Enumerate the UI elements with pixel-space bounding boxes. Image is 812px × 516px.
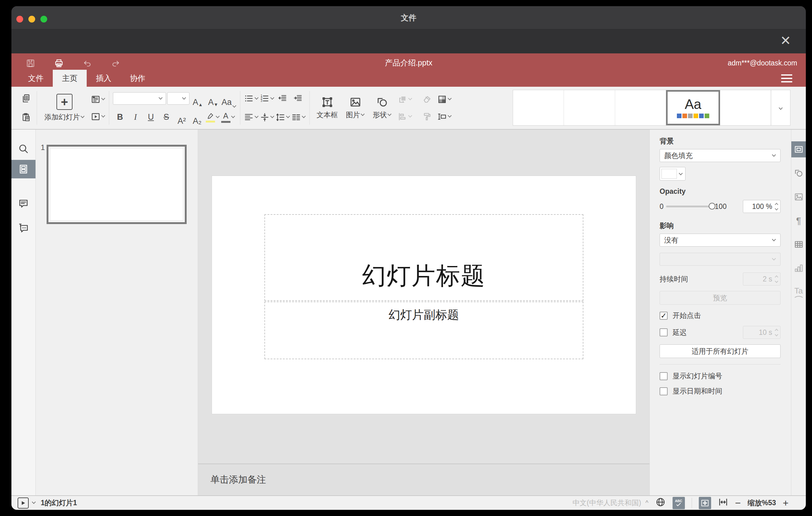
insert-shape-button[interactable]: 形状	[370, 95, 395, 121]
line-spacing-button[interactable]	[276, 109, 290, 126]
columns-button[interactable]	[291, 109, 306, 126]
opacity-value: 100 %	[752, 202, 772, 211]
fit-to-width-button[interactable]	[718, 497, 728, 509]
preview-button[interactable]: 预览	[660, 291, 781, 305]
subscript-button[interactable]: A₂	[190, 109, 204, 126]
language-indicator[interactable]: 中文(中华人民共和国)	[573, 498, 641, 508]
theme-option[interactable]	[513, 90, 564, 125]
arrange-button[interactable]	[398, 92, 412, 107]
columns-icon	[291, 112, 301, 122]
font-name-select[interactable]	[113, 92, 166, 105]
show-date-time-label: 显示日期和时间	[672, 386, 722, 396]
tab-collaboration[interactable]: 协作	[121, 70, 154, 87]
slide-settings-button[interactable]	[791, 141, 806, 157]
numbered-list-button[interactable]: 123	[260, 90, 274, 107]
account-email[interactable]: adm***@dootask.com	[728, 59, 797, 67]
paragraph-settings-button[interactable]: ¶	[791, 212, 806, 229]
minimize-window-button[interactable]	[28, 16, 35, 23]
effect-select[interactable]: 没有	[660, 234, 781, 247]
chart-settings-button[interactable]	[791, 260, 806, 276]
set-language-button[interactable]	[655, 497, 666, 509]
apply-to-all-label: 适用于所有幻灯片	[692, 347, 749, 356]
tab-file[interactable]: 文件	[19, 70, 53, 87]
paste-button[interactable]	[19, 109, 33, 126]
tab-insert[interactable]: 插入	[87, 70, 121, 87]
subtitle-placeholder[interactable]: 幻灯片副标题	[264, 302, 583, 359]
chat-button[interactable]	[11, 219, 35, 237]
close-icon[interactable]: ✕	[780, 34, 791, 47]
effect-type-select[interactable]	[660, 253, 781, 266]
add-slide-button[interactable]: + 添加幻灯片	[41, 92, 88, 124]
font-color-button[interactable]: A	[221, 109, 235, 126]
fit-to-slide-button[interactable]	[699, 497, 711, 509]
change-case-button[interactable]: Aa	[222, 90, 236, 107]
eraser-button[interactable]	[420, 92, 434, 107]
tab-home[interactable]: 主页	[53, 70, 87, 87]
increase-indent-button[interactable]	[291, 90, 305, 107]
clipboard-group	[16, 87, 36, 129]
slide-thumbnail-selected[interactable]	[47, 145, 187, 224]
slideshow-options-chevron[interactable]	[32, 500, 36, 504]
delay-spinner[interactable]: 10 s	[743, 326, 781, 339]
zoom-out-button[interactable]: −	[735, 498, 741, 508]
align-objects-button[interactable]	[398, 110, 412, 124]
highlight-color-button[interactable]	[205, 109, 220, 126]
close-window-button[interactable]	[16, 16, 23, 23]
title-placeholder[interactable]: 幻灯片标题	[264, 214, 583, 301]
insert-textbox-button[interactable]: 文本框	[314, 95, 341, 121]
decrease-font-button[interactable]: A▼	[206, 90, 220, 107]
horizontal-align-button[interactable]	[244, 109, 259, 126]
copy-style-button[interactable]	[420, 110, 434, 124]
background-color-picker[interactable]	[660, 167, 686, 180]
italic-button[interactable]: I	[128, 109, 143, 126]
table-settings-button[interactable]	[791, 236, 806, 253]
font-size-select[interactable]	[167, 92, 190, 105]
background-fill-select[interactable]: 颜色填充	[660, 149, 781, 162]
start-on-click-checkbox[interactable]: ✓	[660, 312, 668, 320]
slides-panel-button[interactable]	[11, 160, 35, 178]
start-slideshow-button[interactable]	[18, 497, 29, 509]
zoom-in-button[interactable]: +	[783, 498, 788, 508]
opacity-slider[interactable]	[666, 205, 712, 207]
show-slide-number-checkbox[interactable]	[660, 372, 668, 380]
spellcheck-button[interactable]: ABC	[672, 497, 685, 509]
bold-button[interactable]: B	[113, 109, 127, 126]
duration-spinner[interactable]: 2 s	[743, 273, 781, 285]
menu-button[interactable]	[781, 75, 792, 82]
theme-option[interactable]	[615, 90, 666, 125]
theme-option-selected[interactable]: Aa	[666, 90, 720, 125]
theme-gallery-expand-button[interactable]	[771, 90, 790, 125]
textart-settings-button[interactable]: Ta	[791, 284, 806, 300]
insert-image-button[interactable]: 图片	[343, 95, 368, 121]
theme-option[interactable]	[564, 90, 615, 125]
opacity-slider-knob[interactable]	[709, 203, 716, 209]
notes-area[interactable]: 单击添加备注	[198, 463, 649, 495]
slide-layout-button[interactable]	[91, 92, 105, 107]
decrease-indent-button[interactable]	[276, 90, 290, 107]
comments-button[interactable]	[11, 194, 35, 213]
duration-value: 2 s	[763, 275, 772, 283]
underline-button[interactable]: U	[144, 109, 158, 126]
strikethrough-button[interactable]: S	[159, 109, 173, 126]
apply-to-all-slides-button[interactable]: 适用于所有幻灯片	[660, 344, 781, 358]
slide-size-button[interactable]	[437, 110, 452, 124]
image-settings-button[interactable]	[791, 189, 806, 205]
opacity-spinner[interactable]: 100 %	[743, 200, 781, 213]
color-scheme-button[interactable]	[437, 92, 452, 107]
delay-checkbox[interactable]	[660, 328, 668, 336]
superscript-button[interactable]: A²	[175, 109, 189, 126]
slide-subtitle-text: 幻灯片副标题	[389, 307, 459, 323]
bullet-list-button[interactable]	[244, 90, 259, 107]
shape-settings-button[interactable]	[791, 165, 806, 181]
preview-slideshow-button[interactable]	[91, 110, 105, 124]
vertical-align-button[interactable]	[260, 109, 274, 126]
slide-canvas[interactable]: 幻灯片标题 幻灯片副标题	[212, 176, 636, 414]
increase-font-button[interactable]: A▲	[191, 90, 205, 107]
slides-icon	[18, 164, 29, 175]
fullscreen-window-button[interactable]	[40, 16, 47, 23]
copy-button[interactable]	[19, 90, 33, 107]
search-button[interactable]	[11, 140, 35, 158]
theme-option[interactable]	[720, 90, 771, 125]
zoom-value: 缩放%53	[748, 498, 776, 508]
show-date-time-checkbox[interactable]	[660, 387, 668, 395]
